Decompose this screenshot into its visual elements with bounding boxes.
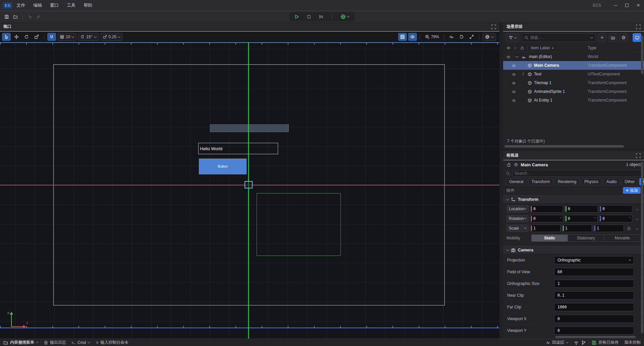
menu-tools[interactable]: 工具	[63, 0, 79, 11]
row-label[interactable]: main (Editor)	[529, 54, 552, 59]
row-label[interactable]: Main Camera	[534, 63, 559, 68]
column-type[interactable]: Type	[588, 46, 596, 50]
cmd-dropdown[interactable]: Cmd	[71, 340, 90, 345]
transform-section-header[interactable]: Transform	[503, 195, 644, 204]
hierarchy-row-tilemap[interactable]: Tilemap 1 TransformComponent	[503, 78, 644, 87]
save-button[interactable]	[2, 12, 11, 21]
mobility-stationary[interactable]: Stationary	[568, 235, 604, 241]
gear-icon[interactable]: ⚙	[514, 162, 518, 167]
chevron-down-icon[interactable]	[516, 55, 518, 57]
scale-y-field[interactable]: 1	[562, 225, 592, 232]
favorite-column-icon[interactable]: ☆	[514, 46, 517, 50]
console-command-input[interactable]: > 输入控制台命令	[96, 340, 128, 345]
add-component-button[interactable]: 添加	[623, 187, 641, 194]
save-status[interactable]: 所有已保存	[592, 340, 619, 345]
close-button[interactable]: ×	[633, 0, 644, 11]
location-dropdown[interactable]: Location	[506, 205, 529, 213]
location-x-field[interactable]: 0	[530, 205, 563, 213]
row-label[interactable]: AI Entity 1	[534, 98, 552, 103]
eye-icon[interactable]	[512, 98, 516, 103]
hierarchy-expand-icon[interactable]	[636, 24, 641, 29]
row-label[interactable]: Tilemap 1	[534, 80, 551, 85]
hierarchy-search-input[interactable]	[530, 35, 589, 40]
eye-icon[interactable]	[512, 72, 516, 76]
filter-dropdown[interactable]	[506, 33, 519, 42]
tab-physics[interactable]: Physics	[581, 178, 601, 185]
trace-dropdown[interactable]: 回追踪	[546, 340, 568, 345]
source-control-branch-icon[interactable]	[581, 340, 586, 345]
tab-transform[interactable]: Transform	[528, 178, 553, 185]
row-label[interactable]: Text	[534, 72, 541, 76]
rotation-z-field[interactable]: 0°	[599, 215, 632, 222]
rotate-snap-dropdown[interactable]: 15°	[78, 33, 99, 41]
column-item-label[interactable]: Item Label	[531, 46, 550, 50]
scale-x-field[interactable]: 1	[530, 225, 560, 232]
select-tool-button[interactable]	[2, 33, 11, 41]
menu-file[interactable]: 文件	[12, 0, 29, 11]
viewport-expand-icon[interactable]	[491, 24, 496, 29]
menu-window[interactable]: 窗口	[46, 0, 63, 11]
hierarchy-vertical-scrollbar[interactable]	[641, 36, 643, 74]
lock-column-icon[interactable]	[520, 46, 524, 50]
snap-toggle-button[interactable]	[47, 33, 56, 41]
location-z-field[interactable]: 0	[599, 205, 632, 213]
orthographic-size-field[interactable]: 1	[554, 280, 634, 288]
hierarchy-row-animatedsprite[interactable]: AnimatedSprite 1 TransformComponent	[503, 87, 644, 96]
step-button[interactable]	[317, 12, 325, 21]
play-button[interactable]	[292, 12, 301, 21]
tab-rendering[interactable]: Rendering	[554, 178, 580, 185]
selection-pivot-gizmo[interactable]	[245, 181, 253, 188]
tab-general[interactable]: General	[506, 178, 527, 185]
link-values-icon[interactable]: ↔	[634, 226, 641, 231]
ui-text-widget[interactable]: Hello World	[198, 143, 278, 154]
field-of-view-field[interactable]: 60	[554, 268, 634, 276]
inspector-search-input[interactable]	[515, 171, 639, 176]
stats-button[interactable]	[447, 33, 456, 41]
mobility-static[interactable]: Static	[532, 235, 568, 241]
tab-audio[interactable]: Audio	[603, 178, 620, 185]
maximize-button[interactable]	[621, 0, 633, 11]
scale-dropdown[interactable]: Scale	[506, 225, 529, 232]
stop-button[interactable]	[305, 12, 313, 21]
projection-dropdown[interactable]: Orthographic▾	[554, 256, 634, 264]
lock-icon[interactable]	[506, 162, 511, 167]
add-entity-button[interactable]	[598, 33, 606, 42]
rotation-dropdown[interactable]: Rotation	[506, 215, 529, 222]
location-y-field[interactable]: 0	[565, 205, 598, 213]
hierarchy-row-text[interactable]: Text UITextComponent	[503, 70, 644, 78]
ui-button-widget[interactable]: Button	[199, 159, 247, 174]
menu-edit[interactable]: 编辑	[29, 0, 46, 11]
inspector-vertical-scrollbar[interactable]	[641, 162, 643, 333]
visibility-column-icon[interactable]	[506, 46, 511, 50]
row-label[interactable]: AnimatedSprite 1	[534, 89, 565, 94]
eye-icon[interactable]	[506, 54, 511, 59]
screen-view-button[interactable]	[633, 33, 641, 42]
hierarchy-search[interactable]	[521, 33, 596, 42]
hierarchy-settings-button[interactable]: ⚙	[619, 33, 628, 42]
uniform-scale-lock-icon[interactable]	[626, 226, 632, 230]
near-clip-field[interactable]: 0.1	[554, 291, 634, 299]
undo-button[interactable]	[25, 12, 34, 21]
camera-mode-dropdown[interactable]	[482, 33, 496, 41]
visibility-button[interactable]	[408, 33, 417, 41]
chevron-right-icon[interactable]	[521, 72, 524, 75]
scale-z-field[interactable]: 1	[594, 225, 624, 232]
move-tool-button[interactable]	[12, 33, 21, 41]
viewport-y-field[interactable]: 0	[554, 327, 634, 335]
content-drawer-button[interactable]: 内容侧滑菜单	[3, 340, 38, 345]
menu-help[interactable]: 帮助	[79, 0, 96, 11]
scale-snap-dropdown[interactable]: 0.25	[100, 33, 123, 41]
far-clip-field[interactable]: 1000	[554, 303, 634, 311]
ui-slider-widget[interactable]	[210, 124, 289, 132]
eye-icon[interactable]	[512, 89, 516, 94]
hierarchy-row-ai-entity[interactable]: AI Entity 1 TransformComponent	[503, 96, 644, 105]
inspector-expand-icon[interactable]	[636, 153, 641, 158]
reset-view-button[interactable]	[457, 33, 466, 41]
hierarchy-row-main-camera[interactable]: Main Camera TransformComponent	[503, 61, 644, 70]
hierarchy-horizontal-scrollbar[interactable]	[504, 145, 624, 148]
rotation-y-field[interactable]: 0°	[565, 215, 598, 222]
zoom-control[interactable]: 79%	[423, 33, 441, 41]
new-folder-button[interactable]	[608, 33, 617, 42]
scene-canvas[interactable]: Hello World Button y x	[0, 42, 499, 339]
output-log-button[interactable]: 输出日志	[44, 340, 66, 345]
